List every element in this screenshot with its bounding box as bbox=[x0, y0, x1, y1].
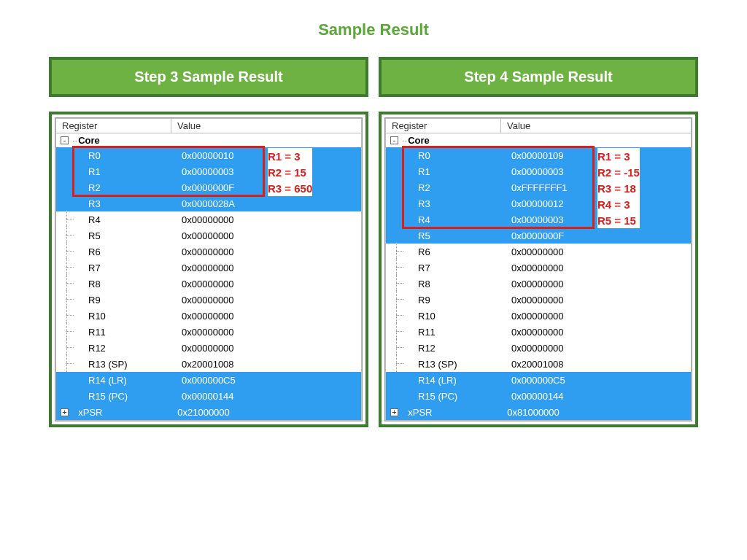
annotation-text: R4 = 3 bbox=[597, 196, 640, 212]
register-value: 0x0000000F bbox=[511, 230, 564, 241]
table-row[interactable]: R50x00000000 bbox=[56, 228, 361, 244]
register-name: R6 bbox=[418, 246, 511, 257]
register-value: 0x0000000F bbox=[182, 182, 234, 193]
table-row[interactable]: R14 (LR)0x000000C5 bbox=[56, 372, 361, 388]
annotation-text: R1 = 3 bbox=[268, 148, 312, 164]
annotation-text: R1 = 3 bbox=[597, 148, 640, 164]
register-value: 0x00000000 bbox=[511, 279, 564, 289]
register-value: 0x00000000 bbox=[182, 246, 234, 257]
table-row[interactable]: R30x0000028A bbox=[56, 195, 361, 211]
register-name: R2 bbox=[418, 182, 511, 193]
val-xpsr: 0x21000000 bbox=[177, 407, 230, 418]
col-header-value[interactable]: Value bbox=[171, 119, 361, 133]
column-header-row: Register Value bbox=[56, 119, 361, 133]
table-row[interactable]: R100x00000000 bbox=[56, 308, 361, 324]
register-value: 0x00000000 bbox=[511, 262, 564, 273]
tree-root-core[interactable]: - ·· Core bbox=[56, 133, 361, 147]
collapse-icon[interactable]: - bbox=[390, 136, 398, 144]
step4-header: Step 4 Sample Result bbox=[379, 57, 698, 97]
register-value: 0x00000000 bbox=[182, 327, 234, 338]
table-row[interactable]: R110x00000000 bbox=[56, 324, 361, 340]
register-name: R14 (LR) bbox=[88, 375, 182, 386]
register-value: 0xFFFFFFF1 bbox=[511, 182, 568, 193]
register-rows: R00x00000010R10x00000003R20x0000000FR30x… bbox=[56, 147, 361, 404]
annotation-text: R5 = 15 bbox=[597, 212, 640, 228]
register-name: R11 bbox=[418, 327, 511, 338]
annotation-box: R1 = 3R2 = 15R3 = 650 bbox=[268, 148, 312, 196]
register-name: R8 bbox=[418, 279, 511, 289]
register-value: 0x00000003 bbox=[511, 166, 564, 177]
register-name: R0 bbox=[418, 150, 511, 161]
register-name: R1 bbox=[418, 166, 511, 177]
register-value: 0x00000000 bbox=[182, 343, 234, 354]
table-row[interactable]: R20x0000000F bbox=[56, 179, 361, 195]
col-header-register[interactable]: Register bbox=[386, 119, 501, 133]
tree-row-xpsr[interactable]: + ·· xPSR 0x81000000 bbox=[386, 404, 691, 420]
register-name: R12 bbox=[88, 343, 182, 354]
table-row[interactable]: R60x00000000 bbox=[386, 244, 691, 260]
register-rows: R00x00000109R10x00000003R20xFFFFFFF1R30x… bbox=[386, 147, 691, 404]
register-value: 0x00000010 bbox=[182, 150, 234, 161]
table-row[interactable]: R14 (LR)0x000000C5 bbox=[386, 372, 691, 388]
register-name: R10 bbox=[88, 311, 182, 322]
step3-column: Step 3 Sample Result Register Value - ··… bbox=[49, 57, 368, 427]
register-name: R5 bbox=[88, 230, 182, 241]
register-value: 0x00000000 bbox=[182, 230, 234, 241]
table-row[interactable]: R90x00000000 bbox=[56, 292, 361, 308]
register-value: 0x000000C5 bbox=[511, 375, 565, 386]
register-name: R10 bbox=[418, 311, 511, 322]
collapse-icon[interactable]: - bbox=[61, 136, 69, 144]
register-name: R6 bbox=[88, 246, 182, 257]
table-row[interactable]: R80x00000000 bbox=[56, 276, 361, 292]
table-row[interactable]: R90x00000000 bbox=[386, 292, 691, 308]
table-row[interactable]: R00x00000010 bbox=[56, 147, 361, 163]
table-row[interactable]: R00x00000109 bbox=[386, 147, 691, 163]
table-row[interactable]: R70x00000000 bbox=[386, 260, 691, 276]
register-name: R8 bbox=[88, 279, 182, 289]
val-xpsr: 0x81000000 bbox=[507, 407, 560, 418]
table-row[interactable]: R10x00000003 bbox=[386, 163, 691, 179]
table-row[interactable]: R15 (PC)0x00000144 bbox=[56, 388, 361, 404]
register-name: R11 bbox=[88, 327, 182, 338]
step4-panel: Register Value - ·· Core R00x00000109R10… bbox=[379, 112, 698, 427]
register-name: R3 bbox=[88, 198, 182, 209]
table-row[interactable]: R110x00000000 bbox=[386, 324, 691, 340]
col-header-value[interactable]: Value bbox=[501, 119, 691, 133]
table-row[interactable]: R40x00000000 bbox=[56, 211, 361, 228]
annotation-text: R3 = 18 bbox=[597, 180, 640, 196]
register-value: 0x00000003 bbox=[182, 166, 234, 177]
table-row[interactable]: R20xFFFFFFF1 bbox=[386, 179, 691, 195]
register-value: 0x00000144 bbox=[511, 391, 564, 402]
table-row[interactable]: R70x00000000 bbox=[56, 260, 361, 276]
table-row[interactable]: R50x0000000F bbox=[386, 228, 691, 244]
register-name: R0 bbox=[88, 150, 182, 161]
expand-icon[interactable]: + bbox=[61, 408, 69, 416]
table-row[interactable]: R120x00000000 bbox=[386, 340, 691, 356]
expand-icon[interactable]: + bbox=[390, 408, 398, 416]
table-row[interactable]: R100x00000000 bbox=[386, 308, 691, 324]
table-row[interactable]: R13 (SP)0x20001008 bbox=[386, 356, 691, 372]
register-name: R13 (SP) bbox=[418, 359, 511, 370]
table-row[interactable]: R15 (PC)0x00000144 bbox=[386, 388, 691, 404]
table-row[interactable]: R120x00000000 bbox=[56, 340, 361, 356]
tree-root-core[interactable]: - ·· Core bbox=[386, 133, 691, 147]
col-header-register[interactable]: Register bbox=[56, 119, 171, 133]
register-name: R7 bbox=[418, 262, 511, 273]
table-row[interactable]: R30x00000012 bbox=[386, 195, 691, 211]
register-name: R15 (PC) bbox=[418, 391, 511, 402]
page-title: Sample Result bbox=[0, 0, 747, 39]
register-value: 0x00000000 bbox=[182, 279, 234, 289]
table-row[interactable]: R10x00000003 bbox=[56, 163, 361, 179]
register-value: 0x00000000 bbox=[182, 214, 234, 225]
register-value: 0x20001008 bbox=[511, 359, 564, 370]
table-row[interactable]: R13 (SP)0x20001008 bbox=[56, 356, 361, 372]
register-value: 0x0000028A bbox=[182, 198, 235, 209]
tree-row-xpsr[interactable]: + ·· xPSR 0x21000000 bbox=[56, 404, 361, 420]
table-row[interactable]: R60x00000000 bbox=[56, 244, 361, 260]
table-row[interactable]: R80x00000000 bbox=[386, 276, 691, 292]
table-row[interactable]: R40x00000003 bbox=[386, 211, 691, 228]
annotation-text: R2 = 15 bbox=[268, 164, 312, 180]
content-stage: Step 3 Sample Result Register Value - ··… bbox=[0, 39, 747, 427]
annotation-box: R1 = 3R2 = -15R3 = 18R4 = 3R5 = 15 bbox=[597, 148, 640, 228]
register-name: R7 bbox=[88, 262, 182, 273]
